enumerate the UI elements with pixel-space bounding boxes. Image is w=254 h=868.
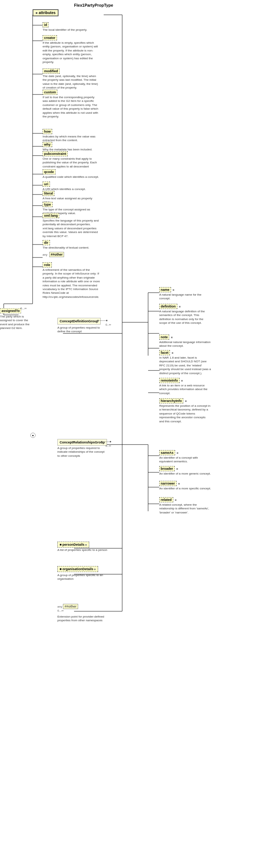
organisation-details-desc: A group of properties specific to an org… — [57, 573, 111, 581]
any-other-desc: Extension point for provider-defined pro… — [57, 615, 115, 623]
concept-relationships-group-desc: A group of properties required to indica… — [57, 446, 107, 458]
attr-modified: modified The date (and, optionally, the … — [43, 69, 100, 90]
attr-id: id The local identifier of the property. — [43, 22, 98, 32]
attr-xmllang: xml:lang Specifies the language of this … — [43, 213, 100, 238]
elem-same-as: sameAs ■ An identifier of a concept with… — [159, 450, 211, 464]
concept-definition-group-box: ConceptDefinitionGroup — [57, 318, 101, 325]
elem-broader: broader ■ An identifier of a more generi… — [159, 466, 211, 476]
assigned-to-box: assignedTo — [0, 308, 21, 313]
person-details-desc: A list of properties specific to a perso… — [57, 548, 111, 552]
attr-why: why Why the metadata has been included. — [43, 142, 100, 152]
elem-hierarchy-info: hierarchyInfo ■ Represents the position … — [159, 398, 211, 423]
elem-facet: facet ■ In NAR 1.8 and later, facet is d… — [159, 350, 211, 375]
attr-any-other: any ##other — [43, 252, 64, 257]
attr-qcode: qcode A qualified code which identifies … — [43, 169, 100, 179]
attr-custom: custom If set to true the corresponding … — [43, 90, 100, 119]
any-other-label: any ##other — [57, 604, 78, 609]
elem-name: name ■ A natural language name for the c… — [159, 287, 211, 301]
connector-circle: ● — [30, 433, 36, 438]
elem-related: related ■ A related concept, where the r… — [159, 497, 211, 515]
attributes-box: ■ attributes — [33, 9, 59, 16]
assigned-to-cardinality: 0...∞ — [20, 307, 27, 310]
attr-role: role A refinement of the semantics of th… — [43, 262, 100, 299]
attr-uri: uri A URI which identifies a concept. — [43, 182, 100, 191]
elem-note: note ■ Additional natural language infor… — [159, 335, 211, 348]
elem-narrower: narrower ■ An identifier of a more speci… — [159, 481, 211, 490]
attr-creator: creator If the attribute is empty, speci… — [43, 35, 100, 64]
assigned-to-desc: The party which is assigned to cover the… — [0, 315, 33, 330]
concept-definition-group-desc: A group of properties required to define… — [57, 326, 107, 334]
elem-remote-info: remoteInfo ■ A link to an item or a web … — [159, 378, 211, 395]
organisation-details-box: ■ organisationDetails ■ — [57, 566, 98, 572]
elem-definition: definition ■ A natural language definiti… — [159, 304, 211, 325]
attr-how: how Indicates by which means the value w… — [43, 129, 100, 143]
concept-relationships-group-box: ConceptRelationshipsGroup — [57, 439, 107, 446]
attr-dir: dir The directionality of textual conten… — [43, 240, 100, 250]
attr-id-name: id — [43, 22, 49, 27]
person-details-box: ■ personDetails ■ — [57, 542, 89, 548]
diagram-title: Flex1PartyPropType — [74, 3, 113, 7]
